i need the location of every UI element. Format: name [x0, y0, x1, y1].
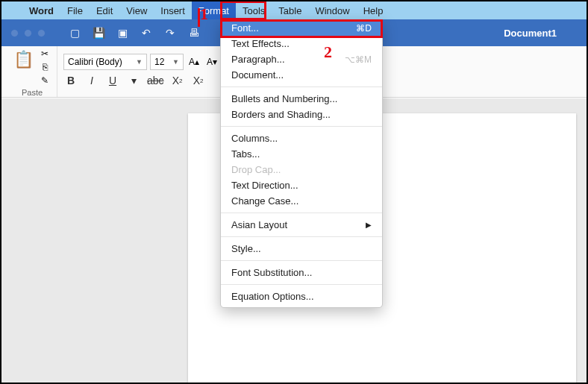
menu-help[interactable]: Help	[357, 1, 390, 19]
annotation-num-1: 1	[200, 4, 208, 24]
menu-item-label: Text Direction...	[231, 180, 298, 191]
font-size-value: 12	[154, 57, 164, 67]
decrease-size-button[interactable]: A▾	[204, 57, 219, 67]
menu-item[interactable]: Paragraph...⌥⌘M	[221, 51, 382, 67]
menu-separator	[221, 213, 382, 213]
bold-button[interactable]: B	[63, 73, 78, 88]
italic-button[interactable]: I	[84, 73, 99, 88]
menu-separator	[221, 284, 382, 285]
menu-separator	[221, 260, 382, 261]
menu-item-label: Paragraph...	[231, 54, 285, 65]
mac-menubar: Word File Edit View Insert Format Tools …	[1, 1, 587, 19]
close-dot[interactable]	[10, 29, 19, 37]
menu-item-label: Bullets and Numbering...	[231, 93, 337, 104]
menu-item-label: Columns...	[231, 133, 278, 144]
menu-shortcut: ⌥⌘M	[345, 54, 372, 65]
menu-item[interactable]: Tabs...	[221, 146, 382, 162]
menu-item-label: Font...	[231, 22, 259, 34]
menu-item-label: Drop Cap...	[231, 164, 281, 175]
menu-item[interactable]: Borders and Shading...	[221, 107, 382, 122]
underline-button[interactable]: U	[105, 73, 120, 88]
chevron-down-icon: ▼	[172, 58, 179, 66]
menu-item[interactable]: Style...	[221, 241, 382, 256]
menu-separator	[221, 126, 382, 127]
home-icon[interactable]: ▢	[68, 26, 81, 40]
menu-item-label: Asian Layout	[231, 219, 287, 230]
subscript-button[interactable]: X2	[170, 73, 185, 88]
app-name[interactable]: Word	[22, 5, 60, 16]
menu-item-label: Document...	[231, 69, 284, 81]
doc-title: Document1	[504, 28, 587, 39]
font-name-value: Calibri (Body)	[68, 57, 122, 67]
menu-file[interactable]: File	[60, 1, 90, 19]
underline-dd-icon[interactable]: ▾	[126, 73, 141, 88]
menu-item-label: Change Case...	[231, 195, 298, 207]
paste-group: 📋 ✂ ⎘ ✎ Paste	[7, 46, 57, 97]
font-select[interactable]: Calibri (Body)▼	[63, 54, 147, 70]
save-icon[interactable]: 💾	[92, 26, 105, 40]
menu-item-label: Style...	[231, 243, 261, 254]
min-dot[interactable]	[24, 29, 32, 37]
open-icon[interactable]: ▣	[116, 26, 129, 40]
menu-item[interactable]: Text Effects...	[221, 36, 382, 51]
menu-item-label: Equation Options...	[231, 291, 314, 302]
traffic-lights	[1, 29, 54, 37]
menu-item-label: Font Substitution...	[231, 267, 312, 278]
format-painter-icon[interactable]: ✎	[37, 75, 52, 86]
max-dot[interactable]	[37, 29, 46, 37]
menu-item-label: Borders and Shading...	[231, 109, 331, 120]
superscript-button[interactable]: X2	[191, 73, 206, 88]
paste-icon[interactable]: 📋	[12, 48, 34, 72]
cut-icon[interactable]: ✂	[37, 48, 52, 60]
menu-item: Drop Cap...	[221, 162, 382, 177]
menu-shortcut: ⌘D	[356, 23, 372, 34]
size-select[interactable]: 12▼	[150, 54, 184, 70]
copy-icon[interactable]: ⎘	[37, 61, 52, 73]
menu-separator	[221, 236, 382, 237]
chevron-right-icon: ▶	[366, 221, 372, 229]
menu-item[interactable]: Text Direction...	[221, 177, 382, 193]
menu-item[interactable]: Font Substitution...	[221, 265, 382, 280]
menu-item[interactable]: Change Case...	[221, 193, 382, 209]
paste-label: Paste	[22, 88, 43, 97]
menu-insert[interactable]: Insert	[154, 1, 192, 19]
menu-edit[interactable]: Edit	[90, 1, 119, 19]
undo-icon[interactable]: ↶	[140, 26, 153, 40]
menu-tools[interactable]: Tools	[236, 1, 272, 19]
menu-view[interactable]: View	[119, 1, 154, 19]
menu-window[interactable]: Window	[308, 1, 356, 19]
chevron-down-icon: ▼	[136, 58, 143, 66]
menu-table[interactable]: Table	[272, 1, 308, 19]
format-dropdown: Font...⌘DText Effects...Paragraph...⌥⌘MD…	[220, 19, 383, 308]
menu-item[interactable]: Font...⌘D	[221, 20, 382, 36]
menu-item-label: Text Effects...	[231, 38, 290, 49]
increase-size-button[interactable]: A▴	[187, 57, 201, 67]
menu-item[interactable]: Equation Options...	[221, 289, 382, 304]
menu-separator	[221, 86, 382, 87]
menu-item[interactable]: Bullets and Numbering...	[221, 91, 382, 107]
menu-item-label: Tabs...	[231, 148, 260, 160]
redo-icon[interactable]: ↷	[163, 26, 177, 40]
annotation-num-2: 2	[324, 43, 332, 62]
menu-item[interactable]: Document...	[221, 67, 382, 83]
strike-button[interactable]: abc	[147, 73, 164, 88]
menu-item[interactable]: Columns...	[221, 130, 382, 146]
menu-item[interactable]: Asian Layout▶	[221, 217, 382, 233]
print-icon[interactable]: 🖶	[187, 26, 201, 40]
